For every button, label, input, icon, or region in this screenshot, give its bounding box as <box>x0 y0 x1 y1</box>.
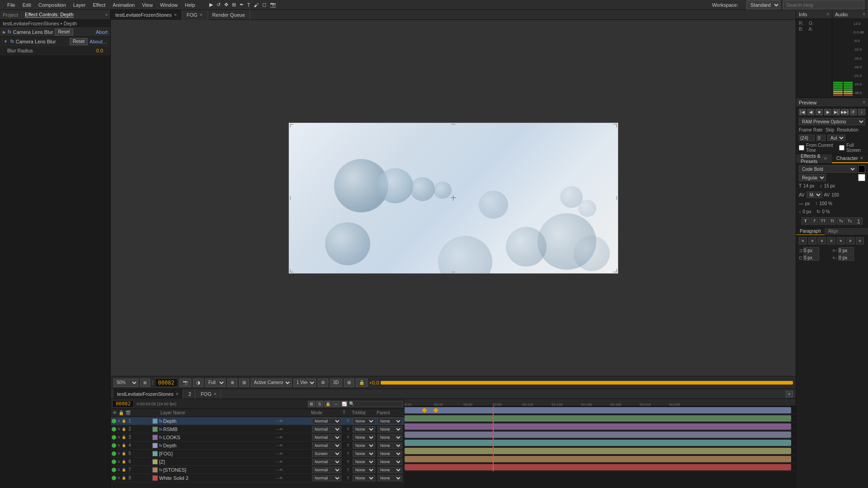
playhead[interactable] <box>493 406 494 471</box>
track-row[interactable] <box>405 406 796 414</box>
layer-vis-0[interactable] <box>112 419 116 423</box>
grid-btn[interactable]: ⊞ <box>239 379 249 387</box>
quality-select[interactable]: Full <box>205 379 226 387</box>
grid2-btn[interactable]: ⊞ <box>344 379 354 387</box>
lock-layers-btn[interactable]: 🔒 <box>324 401 331 407</box>
layer-trkmat-select-4[interactable]: None <box>353 450 375 457</box>
align-justify-btn[interactable]: ≡ <box>827 237 835 244</box>
layer-parent-select-0[interactable]: None <box>377 418 402 424</box>
comp-tab-fog-close[interactable]: ✕ <box>199 13 203 17</box>
align-left-btn[interactable]: ≡ <box>799 237 807 244</box>
magnify-btn[interactable]: ⊕ <box>227 379 237 387</box>
layer-vis-5[interactable] <box>112 460 116 464</box>
layer-trkmat-select-0[interactable]: None <box>353 418 375 424</box>
italic-btn[interactable]: T <box>811 217 819 225</box>
menu-animation[interactable]: Animation <box>109 2 138 8</box>
layer-vis-3[interactable] <box>112 443 116 448</box>
super-btn[interactable]: Ts <box>837 217 845 225</box>
layer-parent-select-6[interactable]: None <box>377 467 402 473</box>
reset-button[interactable]: Reset <box>55 28 73 36</box>
indent-btn[interactable]: ≡ <box>846 237 854 244</box>
full-screen-checkbox[interactable] <box>839 145 844 150</box>
comp-tab-fog[interactable]: FOG ✕ <box>182 10 208 20</box>
layer-fx-toggle-4[interactable]: fx <box>280 451 283 455</box>
audio-close-btn[interactable]: × <box>863 12 865 17</box>
comp-tab-main-close[interactable]: ✕ <box>174 13 177 17</box>
effects-presets-close[interactable]: ✕ <box>824 156 827 161</box>
layer-mode-select-4[interactable]: NormalScreenMultiplyAddOverlay <box>312 450 341 457</box>
tool-text[interactable]: T <box>246 2 252 8</box>
show-channel-btn[interactable]: ◑ <box>193 379 203 387</box>
timeline-tab-main[interactable]: testLevitateFrozenStones ✕ <box>113 389 183 399</box>
font-color-swatch[interactable] <box>858 165 865 173</box>
caps-btn[interactable]: TT <box>819 217 827 225</box>
track-row[interactable] <box>405 431 796 439</box>
layer-solo-5[interactable]: S <box>117 460 121 464</box>
layer-fx-toggle-7[interactable]: fx <box>280 476 283 480</box>
align-tab[interactable]: Align <box>825 228 842 235</box>
menu-help[interactable]: Help <box>181 2 199 8</box>
track-row[interactable] <box>405 447 796 455</box>
align-right-btn[interactable]: ≡ <box>818 237 826 244</box>
layer-vis-6[interactable] <box>112 468 116 472</box>
layer-solo-4[interactable]: S <box>117 451 121 456</box>
layer-mode-select-7[interactable]: NormalScreenMultiplyAddOverlay <box>312 475 341 481</box>
para-space-input[interactable] <box>838 247 854 253</box>
layer-row[interactable]: S 🔒 1 fx Depth — fx NormalScreenMultiply… <box>111 417 405 425</box>
preview-play[interactable]: ▶ <box>824 109 831 115</box>
layer-row[interactable]: S 🔒 8 White Solid 2 — fx NormalScreenMul… <box>111 474 405 482</box>
layer-row[interactable]: S 🔒 3 fx LOOKS — fx NormalScreenMultiply… <box>111 433 405 441</box>
layer-vis-4[interactable] <box>112 451 116 456</box>
layer-fx-toggle-3[interactable]: fx <box>280 443 283 447</box>
layer-lock-1[interactable]: 🔒 <box>122 427 126 432</box>
layer-lock-0[interactable]: 🔒 <box>122 419 126 423</box>
layer-vis-7[interactable] <box>112 476 116 480</box>
resolution-select[interactable]: Auto <box>827 135 845 141</box>
layer-trkmat-select-2[interactable]: None <box>353 434 375 441</box>
track-row[interactable] <box>405 463 796 471</box>
layer-switches-3[interactable]: — <box>276 443 279 447</box>
track-row[interactable] <box>405 414 796 422</box>
preview-close-btn[interactable]: × <box>863 100 865 105</box>
layer-solo-2[interactable]: S <box>117 435 121 440</box>
ram-preview-select[interactable]: RAM Preview Options <box>799 118 865 125</box>
layer-fx-toggle-0[interactable]: fx <box>280 419 283 423</box>
layer-trkmat-select-5[interactable]: None <box>353 459 375 465</box>
character-close[interactable]: ✕ <box>860 156 863 160</box>
camera-select[interactable]: Active Camera <box>251 379 292 387</box>
sync-btn[interactable]: ↔ <box>332 401 340 407</box>
layer-vis-2[interactable] <box>112 435 116 440</box>
timeline-tab-fog[interactable]: FOG ✕ <box>197 389 221 399</box>
para-indent-input[interactable] <box>803 247 819 253</box>
layer-trkmat-select-7[interactable]: None <box>353 475 375 481</box>
underline-btn[interactable]: T <box>854 217 863 225</box>
tool-move[interactable]: ✥ <box>223 2 230 8</box>
preview-first-frame[interactable]: |◀ <box>799 109 806 115</box>
menu-edit[interactable]: Edit <box>19 2 35 8</box>
layer-lock-6[interactable]: 🔒 <box>122 468 126 472</box>
align-force-btn[interactable]: ≡ <box>837 237 845 244</box>
timeline-tab-2[interactable]: 2 <box>185 389 195 399</box>
preview-loop[interactable]: ↺ <box>850 109 857 115</box>
project-tab[interactable]: Project <box>3 12 18 18</box>
3d-view-btn[interactable]: 3D <box>330 379 342 387</box>
menu-effect[interactable]: Effect <box>89 2 109 8</box>
font-name-select[interactable]: Code Bold <box>799 165 857 173</box>
layer-mode-select-5[interactable]: NormalScreenMultiplyAddOverlay <box>312 459 341 465</box>
layer-lock-3[interactable]: 🔒 <box>122 443 126 448</box>
left-panel-expand[interactable]: » <box>105 12 108 17</box>
tool-rotate[interactable]: ↺ <box>215 2 222 8</box>
para-space2-input[interactable] <box>838 254 854 261</box>
fit-frame-btn[interactable]: ⊞ <box>140 379 150 387</box>
layer-parent-select-1[interactable]: None <box>377 426 402 432</box>
view-options-btn[interactable]: ⚙ <box>318 379 328 387</box>
layer-mode-select-0[interactable]: NormalScreenMultiplyAddOverlay <box>312 418 341 424</box>
track-row[interactable] <box>405 439 796 447</box>
effect-reset-btn[interactable]: Reset <box>70 38 88 45</box>
tracking-select[interactable]: Metrics <box>807 192 822 198</box>
track-row[interactable] <box>405 422 796 431</box>
para-margin-input[interactable] <box>803 254 819 261</box>
timecode-display[interactable]: 00082 <box>155 379 178 387</box>
abort-link[interactable]: Abort <box>96 29 108 35</box>
bold-btn[interactable]: T <box>802 217 810 225</box>
